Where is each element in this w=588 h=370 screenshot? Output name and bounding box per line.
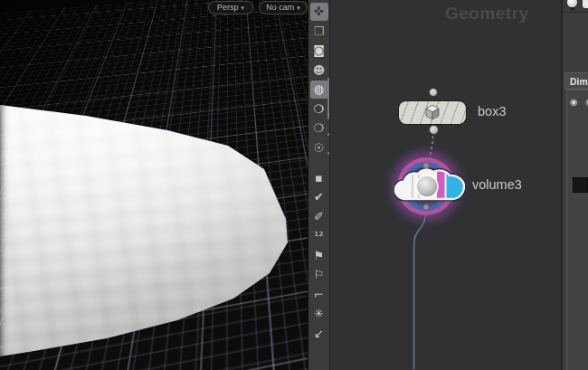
dot-handle-icon[interactable]: ▪ xyxy=(310,168,328,186)
default-camera-icon[interactable]: ☉▸ xyxy=(310,138,328,157)
lock-camera-icon: ◙ xyxy=(313,43,325,57)
section-header-dimensions[interactable]: Dimensions xyxy=(564,72,588,90)
node-sphere-icon xyxy=(567,0,577,7)
chevron-down-icon: ▾ xyxy=(297,2,300,14)
ghost-objects-icon: ◍ xyxy=(314,82,324,96)
camera-select-menu[interactable]: No cam ▾ xyxy=(259,1,308,14)
persp-view-label: Persp xyxy=(217,2,239,14)
scene-lights-icon: ❍ xyxy=(314,102,325,116)
lock-camera-icon[interactable]: ◙ xyxy=(310,42,328,60)
measure-icon[interactable]: ¹² xyxy=(310,227,328,245)
scene-lights-icon[interactable]: ❍▸ xyxy=(310,100,328,118)
headlight-icon[interactable]: ❍▸ xyxy=(310,119,328,138)
node-output-connector[interactable] xyxy=(429,125,439,135)
flag-icon[interactable]: ⚑ xyxy=(310,246,328,264)
viewport-3d[interactable]: Persp ▾ No cam ▾ xyxy=(0,0,308,370)
snapshot-icon: ❒ xyxy=(314,24,325,38)
node-input-connector[interactable] xyxy=(429,88,438,97)
sphere-icon xyxy=(416,176,438,197)
points-scatter-icon: ✳ xyxy=(314,307,324,320)
ghost-objects-icon[interactable]: ◍ xyxy=(310,81,328,99)
pick-pen-icon: ✐ xyxy=(314,210,324,223)
radio-button[interactable]: ◉ xyxy=(570,97,578,107)
points-scatter-icon[interactable]: ✳ xyxy=(310,305,328,323)
parameter-panel: Dimensions ◉ ◉ xyxy=(561,0,588,370)
node-output-connector[interactable] xyxy=(422,204,430,211)
headlight-icon: ❍ xyxy=(314,121,325,135)
node-volume3-label: volume3 xyxy=(472,177,522,192)
viewport-toolbar: ✜❒◙☻◍❍▸❍▸☉▸▪✔✐¹²⚑⚐⌐✳↙ xyxy=(308,0,329,370)
view-tool-icon: ✜ xyxy=(314,5,324,18)
panel-body: ◉ ◉ xyxy=(566,90,588,370)
axis-icon: ↙ xyxy=(314,327,324,340)
visibility-icon: ☻ xyxy=(313,63,326,77)
select-mode-icon[interactable]: ✔ xyxy=(310,188,328,206)
flag-icon: ⚑ xyxy=(314,249,325,262)
measure-icon: ¹² xyxy=(314,229,323,242)
node-volume3[interactable]: volume3 xyxy=(384,145,547,231)
default-camera-icon: ☉ xyxy=(314,141,325,155)
node-box3[interactable]: box3 xyxy=(394,87,547,141)
chevron-down-icon: ▾ xyxy=(242,2,245,14)
node-box3-label: box3 xyxy=(478,104,506,119)
camera-select-label: No cam xyxy=(266,2,294,14)
persp-view-menu[interactable]: Persp ▾ xyxy=(208,1,253,14)
select-mode-icon: ✔ xyxy=(314,190,324,204)
partial-icon xyxy=(583,0,588,8)
network-editor[interactable]: Geometry box3 xyxy=(329,0,561,370)
corner-snap-icon: ⌐ xyxy=(314,288,324,301)
houdini-window: Persp ▾ No cam ▾ ✜❒◙☻◍❍▸❍▸☉▸▪✔✐¹²⚑⚐⌐✳↙ G… xyxy=(0,0,588,370)
volume-cloud-icon[interactable] xyxy=(394,168,465,204)
flag-alt-icon: ⚐ xyxy=(314,268,325,281)
color-swatch[interactable] xyxy=(573,177,588,193)
visibility-icon[interactable]: ☻ xyxy=(310,61,328,79)
chevron-down-icon xyxy=(570,7,575,11)
flag-alt-icon[interactable]: ⚐ xyxy=(310,266,328,284)
box-icon xyxy=(423,103,441,121)
snapshot-icon[interactable]: ❒ xyxy=(310,22,328,40)
panel-topbar xyxy=(563,0,588,13)
view-tool-icon[interactable]: ✜ xyxy=(310,3,328,21)
pick-pen-icon[interactable]: ✐ xyxy=(310,207,328,225)
corner-snap-icon[interactable]: ⌐ xyxy=(310,285,328,303)
dot-handle-icon: ▪ xyxy=(315,171,323,185)
axis-icon[interactable]: ↙ xyxy=(310,324,328,342)
